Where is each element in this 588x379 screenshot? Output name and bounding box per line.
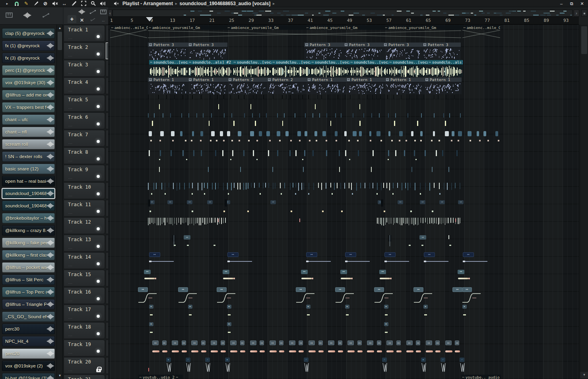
- clip-label[interactable]: ↦ambience_yoursmile_Gm: [384, 25, 462, 30]
- track-header[interactable]: Track 16...: [64, 287, 105, 304]
- clip[interactable]: ↦: [435, 340, 441, 356]
- clip-header[interactable]: ↦: [328, 340, 334, 345]
- track-enable-led[interactable]: [97, 210, 100, 213]
- picker-item[interactable]: perc20: [2, 348, 55, 359]
- track-enable-led[interactable]: [97, 52, 100, 56]
- clip-header[interactable]: ↦: [250, 340, 256, 345]
- clip[interactable]: ↦: [406, 340, 414, 356]
- add-pattern-button[interactable]: +: [68, 15, 76, 23]
- clip[interactable]: ↦: [377, 340, 383, 356]
- clip[interactable]: Pattern 1: [424, 77, 462, 94]
- clip[interactable]: ↦: [458, 270, 474, 286]
- clip-label[interactable]: Pattern 1: [148, 77, 188, 82]
- clip[interactable]: ↦soundclou..[vocals]: [388, 60, 428, 77]
- clip[interactable]: Pattern 3: [304, 43, 343, 59]
- clip-header[interactable]: ♂: [304, 358, 309, 362]
- track-enable-led[interactable]: [97, 315, 100, 318]
- picker-filter-automation[interactable]: [42, 12, 52, 19]
- clip[interactable]: ↦: [138, 287, 159, 304]
- track-options[interactable]: ...: [68, 71, 73, 75]
- clip[interactable]: ↦: [149, 252, 183, 269]
- clip[interactable]: ↦: [463, 252, 497, 269]
- clip[interactable]: ↦: [335, 287, 356, 304]
- clip-header[interactable]: ▸: [462, 305, 467, 309]
- clip[interactable]: ↦soundclo..als] #2: [428, 60, 463, 77]
- track-header[interactable]: Track 17...: [64, 305, 105, 321]
- clip-header[interactable]: ▸: [149, 305, 153, 309]
- picker-item[interactable]: @killkxng – first clas..: [2, 250, 55, 260]
- clip-header[interactable]: ▸: [225, 358, 230, 362]
- draw-tool-icon[interactable]: ✎: [22, 0, 30, 7]
- clip-label[interactable]: ↦soundclou..[vocals]: [233, 60, 272, 65]
- clip-label[interactable]: ↦soundclo..als] #2: [428, 60, 463, 65]
- clip[interactable]: ♂: [441, 357, 447, 374]
- clip[interactable]: ↦soundclou..[vocals]: [272, 60, 310, 77]
- clip-label[interactable]: Pattern 3: [343, 43, 383, 47]
- clip[interactable]: ▸: [149, 322, 157, 339]
- clip[interactable]: ↦: [270, 340, 278, 356]
- picker-item[interactable]: @killkxng – fake perc: [2, 238, 55, 248]
- clip-header[interactable]: ↦: [347, 340, 354, 345]
- track-header[interactable]: Track 11...: [64, 200, 105, 217]
- clip-label[interactable]: ↦ambience_yoursmile_Gm: [305, 25, 384, 30]
- clip-header[interactable]: ▸: [384, 305, 388, 309]
- track-options[interactable]: ...: [68, 333, 73, 337]
- clip[interactable]: ↦soundclou..[vocals]: [349, 60, 388, 77]
- clip[interactable]: ↦: [152, 340, 160, 356]
- clip-header[interactable]: ↦: [309, 340, 315, 345]
- clip[interactable]: ↦ambienc..mile_Gm: [110, 25, 148, 42]
- clip-header[interactable]: ↦: [455, 340, 459, 345]
- mini-clip-header[interactable]: ↦: [270, 200, 276, 204]
- clip[interactable]: ↦: [162, 340, 168, 356]
- picker-item[interactable]: hi-hat @019skye (3): [2, 373, 55, 379]
- picker-item[interactable]: scream roll: [2, 139, 55, 149]
- scroll-left-button[interactable]: ‹: [108, 10, 112, 17]
- picker-scrollbar[interactable]: ▴▾: [56, 25, 62, 379]
- clip-header[interactable]: ↦: [270, 340, 276, 345]
- clip-header[interactable]: ↦: [217, 287, 227, 292]
- mini-clip-header[interactable]: ↦: [458, 200, 464, 204]
- picker-item[interactable]: chant – ufc: [2, 114, 55, 125]
- clip-label[interactable]: Pattern 3: [188, 43, 227, 47]
- clip-header[interactable]: ↦: [211, 340, 217, 345]
- track-header[interactable]: Track 18...: [64, 322, 105, 339]
- clip[interactable]: ♂: [304, 357, 310, 374]
- clip[interactable]: ▸: [462, 305, 470, 321]
- track-header[interactable]: Track 6...: [64, 112, 105, 129]
- clip[interactable]: ▸: [384, 322, 392, 339]
- clip[interactable]: Pattern 2: [267, 77, 307, 94]
- clip-header[interactable]: ▸: [149, 322, 153, 326]
- clip[interactable]: Pattern 3: [343, 43, 383, 59]
- picker-item[interactable]: chant – nfl: [2, 127, 55, 137]
- clip[interactable]: Pattern 1: [307, 77, 346, 94]
- picker-item[interactable]: _CS_GO_ Sound effec..: [2, 311, 55, 322]
- picker-item[interactable]: soundcloud_1904688..: [2, 188, 55, 199]
- clip-label[interactable]: ↦soundclou..[vocals]: [149, 60, 188, 65]
- clip-header[interactable]: ↦: [345, 252, 356, 257]
- clip-label[interactable]: Pattern 1: [346, 77, 385, 82]
- track-header[interactable]: Track 14...: [64, 252, 105, 269]
- track-enable-led[interactable]: [97, 332, 100, 335]
- clip[interactable]: Pattern 2: [227, 77, 267, 94]
- clip[interactable]: ↦: [367, 340, 375, 356]
- clip-label[interactable]: ↦ambienc..mile_Gm: [110, 25, 148, 30]
- playhead-marker[interactable]: [146, 17, 153, 21]
- clip-header[interactable]: ↦: [384, 252, 396, 257]
- clip-header[interactable]: ♂: [382, 358, 387, 362]
- clip-header[interactable]: ↦: [279, 340, 283, 345]
- clip[interactable]: ↦: [396, 340, 402, 356]
- clip-header[interactable]: ▸: [227, 322, 231, 326]
- mini-clip-header[interactable]: ↦: [419, 235, 426, 240]
- clip-header[interactable]: ♂: [205, 358, 210, 362]
- track-enable-led[interactable]: [97, 297, 100, 300]
- clip[interactable]: ▸: [227, 305, 235, 321]
- picker-item[interactable]: fx (1) @greyrock: [2, 41, 55, 51]
- track-options[interactable]: ...: [68, 141, 73, 145]
- clip-header[interactable]: ↦: [144, 270, 151, 274]
- clip[interactable]: ↦: [260, 340, 266, 356]
- track-options[interactable]: ...: [68, 368, 73, 372]
- picker-item[interactable]: @lilfrus – add me on..: [2, 90, 55, 100]
- track-options[interactable]: ...: [68, 280, 73, 284]
- track-enable-led[interactable]: [97, 87, 100, 91]
- track-options[interactable]: ...: [68, 158, 73, 162]
